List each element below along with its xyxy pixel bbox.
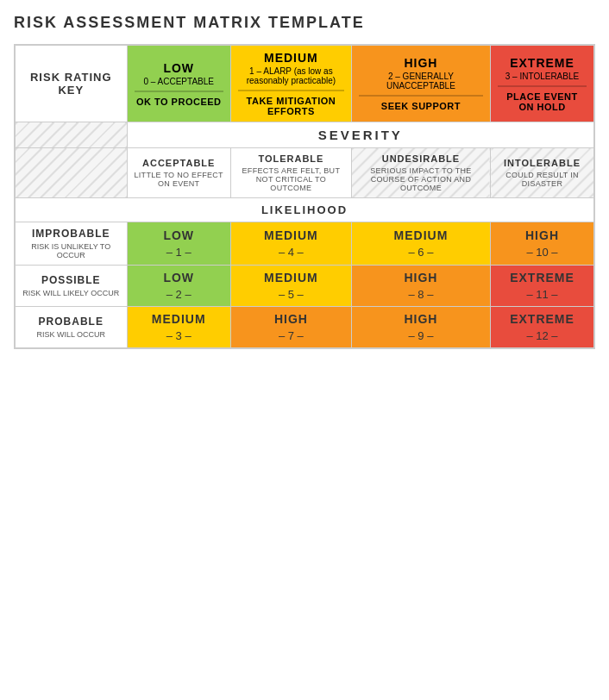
rating-action-0: OK TO PROCEED bbox=[135, 97, 223, 107]
cell-rating-2-3: EXTREME bbox=[498, 312, 587, 326]
rating-high: HIGH 2 – GENERALLY UNACCEPTABLE SEEK SUP… bbox=[351, 45, 490, 122]
rating-low: LOW 0 – ACCEPTABLE OK TO PROCEED bbox=[127, 45, 230, 122]
cell-rating-2-0: MEDIUM bbox=[135, 312, 223, 326]
rating-action-1: TAKE MITIGATION EFFORTS bbox=[238, 96, 344, 116]
sev-header-1: TOLERABLE bbox=[238, 153, 344, 164]
cell-rating-0-3: HIGH bbox=[498, 228, 587, 242]
rating-action-2: SEEK SUPPORT bbox=[359, 101, 483, 111]
severity-row-corner bbox=[15, 148, 127, 198]
likelihood-sub-0: RISK IS UNLIKELY TO OCCUR bbox=[22, 242, 120, 259]
matrix-cell-2-3: EXTREME – 12 – bbox=[491, 307, 595, 349]
cell-rating-1-0: LOW bbox=[135, 271, 223, 284]
rating-level-2: HIGH bbox=[359, 56, 483, 70]
likelihood-sub-1: RISK WILL LIKELY OCCUR bbox=[22, 289, 120, 297]
matrix-cell-1-1: MEDIUM – 5 – bbox=[230, 266, 351, 307]
rating-number-1: 1 – ALARP (as low as reasonably practica… bbox=[238, 66, 344, 85]
cell-number-1-3: – 11 – bbox=[498, 288, 587, 301]
matrix-cell-0-1: MEDIUM – 4 – bbox=[230, 222, 351, 266]
sev-header-2: UNDESIRABLE bbox=[359, 153, 483, 164]
cell-number-1-1: – 5 – bbox=[238, 288, 344, 301]
cell-number-0-0: – 1 – bbox=[135, 246, 223, 259]
cell-rating-1-2: HIGH bbox=[359, 271, 483, 284]
likelihood-row-label-1: POSSIBLE RISK WILL LIKELY OCCUR bbox=[15, 266, 127, 307]
rating-level-3: EXTREME bbox=[498, 56, 587, 70]
rating-action-3: PLACE EVENT ON HOLD bbox=[498, 91, 587, 112]
sev-desc-0: LITTLE TO NO EFFECT ON EVENT bbox=[135, 171, 223, 188]
cell-rating-0-2: MEDIUM bbox=[359, 228, 483, 242]
cell-number-1-2: – 8 – bbox=[359, 288, 483, 301]
matrix-cell-2-0: MEDIUM – 3 – bbox=[127, 307, 230, 349]
sev-desc-2: SERIOUS IMPACT TO THE COURSE OF ACTION A… bbox=[359, 166, 483, 192]
sev-desc-1: EFFECTS ARE FELT, BUT NOT CRITICAL TO OU… bbox=[238, 166, 344, 192]
rating-number-0: 0 – ACCEPTABLE bbox=[135, 77, 223, 86]
cell-number-0-2: – 6 – bbox=[359, 246, 483, 259]
likelihood-main-1: POSSIBLE bbox=[22, 274, 120, 286]
severity-col-acceptable: ACCEPTABLE LITTLE TO NO EFFECT ON EVENT bbox=[127, 148, 230, 198]
cell-number-0-3: – 10 – bbox=[498, 246, 587, 259]
rating-level-1: MEDIUM bbox=[238, 51, 344, 65]
matrix-cell-0-3: HIGH – 10 – bbox=[491, 222, 595, 266]
cell-number-1-0: – 2 – bbox=[135, 288, 223, 301]
rating-level-0: LOW bbox=[135, 61, 223, 75]
likelihood-row-label-2: PROBABLE RISK WILL OCCUR bbox=[15, 307, 127, 349]
cell-number-2-0: – 3 – bbox=[135, 329, 223, 342]
rating-number-2: 2 – GENERALLY UNACCEPTABLE bbox=[359, 72, 483, 91]
matrix-cell-1-2: HIGH – 8 – bbox=[351, 266, 490, 307]
likelihood-main-2: PROBABLE bbox=[22, 316, 120, 328]
matrix-cell-2-1: HIGH – 7 – bbox=[230, 307, 351, 349]
matrix-cell-1-0: LOW – 2 – bbox=[127, 266, 230, 307]
cell-number-2-1: – 7 – bbox=[238, 329, 344, 342]
cell-number-2-3: – 12 – bbox=[498, 329, 587, 342]
rating-extreme: EXTREME 3 – INTOLERABLE PLACE EVENT ON H… bbox=[491, 45, 595, 122]
matrix-cell-2-2: HIGH – 9 – bbox=[351, 307, 490, 349]
sev-header-0: ACCEPTABLE bbox=[135, 158, 223, 168]
severity-label: SEVERITY bbox=[127, 122, 594, 148]
severity-corner bbox=[15, 122, 127, 148]
page-title: RISK ASSESSMENT MATRIX TEMPLATE bbox=[14, 14, 595, 32]
sev-header-3: INTOLERABLE bbox=[498, 158, 587, 168]
risk-rating-key-label: RISK RATING KEY bbox=[15, 45, 127, 122]
likelihood-label: LIKELIHOOD bbox=[15, 198, 594, 222]
likelihood-row-label-0: IMPROBABLE RISK IS UNLIKELY TO OCCUR bbox=[15, 222, 127, 266]
severity-col-undesirable: UNDESIRABLE SERIOUS IMPACT TO THE COURSE… bbox=[351, 148, 490, 198]
rating-number-3: 3 – INTOLERABLE bbox=[498, 72, 587, 81]
matrix-cell-0-2: MEDIUM – 6 – bbox=[351, 222, 490, 266]
severity-col-intolerable: INTOLERABLE COULD RESULT IN DISASTER bbox=[491, 148, 595, 198]
cell-number-2-2: – 9 – bbox=[359, 329, 483, 342]
matrix-cell-1-3: EXTREME – 11 – bbox=[491, 266, 595, 307]
sev-desc-3: COULD RESULT IN DISASTER bbox=[498, 171, 587, 188]
cell-rating-2-1: HIGH bbox=[238, 312, 344, 326]
severity-col-tolerable: TOLERABLE EFFECTS ARE FELT, BUT NOT CRIT… bbox=[230, 148, 351, 198]
cell-rating-0-1: MEDIUM bbox=[238, 228, 344, 242]
cell-rating-1-1: MEDIUM bbox=[238, 271, 344, 284]
rating-medium: MEDIUM 1 – ALARP (as low as reasonably p… bbox=[230, 45, 351, 122]
cell-rating-2-2: HIGH bbox=[359, 312, 483, 326]
likelihood-sub-2: RISK WILL OCCUR bbox=[22, 330, 120, 339]
cell-rating-1-3: EXTREME bbox=[498, 271, 587, 284]
cell-number-0-1: – 4 – bbox=[238, 246, 344, 259]
likelihood-main-0: IMPROBABLE bbox=[22, 228, 120, 240]
cell-rating-0-0: LOW bbox=[135, 228, 223, 242]
matrix-cell-0-0: LOW – 1 – bbox=[127, 222, 230, 266]
